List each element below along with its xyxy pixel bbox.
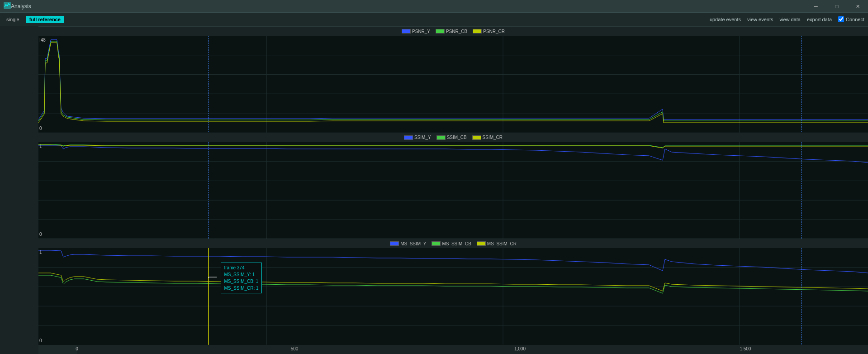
ssim-cb-legend: SSIM_CB (436, 135, 467, 140)
x-axis: 0 500 1,000 1,500 (77, 345, 868, 354)
ms-ssim-cb-legend: MS_SSIM_CB (432, 241, 471, 246)
x-tick-500: 500 (291, 346, 299, 351)
close-button[interactable]: ✕ (847, 0, 868, 13)
update-events-link[interactable]: update events (710, 17, 741, 22)
x-tick-1500: 1,500 (740, 346, 751, 351)
ms-ssim-legend: MS_SSIM_Y MS_SSIM_CB MS_SSIM_CR (38, 239, 868, 248)
titlebar: Analysis ─ □ ✕ (0, 0, 868, 13)
ms-ssim-cb-label: MS_SSIM_CB (442, 241, 471, 246)
ssim-legend: SSIM_Y SSIM_CB SSIM_CR (38, 133, 868, 142)
psnr-chart-body[interactable]: I48 0 (38, 36, 868, 133)
ms-ssim-y-label: MS_SSIM_Y (400, 241, 426, 246)
ssim-cr-label: SSIM_CR (483, 135, 503, 140)
ssim-chart-row: SSIM_Y SSIM_CB SSIM_CR 1 0 (38, 133, 868, 239)
ssim-svg (38, 142, 868, 239)
psnr-chart-row: PSNR_Y PSNR_CB PSNR_CR I48 0 (38, 26, 868, 133)
ms-ssim-chart-body[interactable]: 1 0 frame 374 MS_SSIM_Y: 1 MS_SSIM_CB: 1… (38, 248, 868, 345)
ssim-cr-legend: SSIM_CR (472, 135, 503, 140)
ms-ssim-y-legend: MS_SSIM_Y (390, 241, 426, 246)
window-title: Analysis (11, 3, 31, 10)
connect-label: Connect (838, 16, 864, 22)
x-tick-1000: 1,000 (514, 346, 526, 351)
psnr-y-label: PSNR_Y (412, 29, 430, 34)
ms-ssim-y-color (390, 241, 399, 246)
psnr-cb-color (436, 29, 445, 33)
left-panel (0, 26, 38, 354)
toolbar-right: update events view events view data expo… (710, 16, 864, 22)
ms-ssim-svg (38, 248, 868, 345)
export-data-link[interactable]: export data (807, 17, 832, 22)
ms-ssim-cb-color (432, 241, 441, 246)
psnr-legend: PSNR_Y PSNR_CB PSNR_CR (38, 27, 868, 36)
ssim-chart-body[interactable]: 1 0 (38, 142, 868, 239)
psnr-cr-label: PSNR_CR (483, 29, 505, 34)
x-tick-0: 0 (76, 346, 78, 351)
window-controls: ─ □ ✕ (806, 0, 868, 13)
connect-checkbox[interactable] (838, 16, 844, 22)
minimize-button[interactable]: ─ (806, 0, 826, 13)
ssim-cb-color (436, 135, 446, 140)
ms-ssim-cr-color (477, 241, 486, 246)
ssim-y-legend: SSIM_Y (404, 135, 431, 140)
view-events-link[interactable]: view events (747, 17, 773, 22)
full-reference-button[interactable]: full reference (26, 16, 64, 23)
connect-text: Connect (846, 17, 864, 22)
ssim-y-color (404, 135, 413, 140)
charts-area: PSNR_Y PSNR_CB PSNR_CR I48 0 (38, 26, 868, 354)
maximize-button[interactable]: □ (826, 0, 847, 13)
ms-ssim-chart-row: MS_SSIM_Y MS_SSIM_CB MS_SSIM_CR 1 0 fram… (38, 239, 868, 345)
psnr-svg (38, 36, 868, 133)
view-data-link[interactable]: view data (779, 17, 800, 22)
psnr-y-color (402, 29, 411, 33)
psnr-y-legend: PSNR_Y (402, 29, 430, 34)
psnr-cr-color (473, 29, 482, 33)
ms-ssim-cr-label: MS_SSIM_CR (487, 241, 517, 246)
psnr-cb-legend: PSNR_CB (436, 29, 467, 34)
toolbar: single full reference update events view… (0, 13, 868, 26)
ssim-y-label: SSIM_Y (414, 135, 431, 140)
ssim-cr-color (472, 135, 481, 140)
app-icon (4, 2, 11, 11)
ms-ssim-cr-legend: MS_SSIM_CR (477, 241, 517, 246)
psnr-cb-label: PSNR_CB (446, 29, 467, 34)
ssim-cb-label: SSIM_CB (447, 135, 467, 140)
psnr-cr-legend: PSNR_CR (473, 29, 505, 34)
single-button[interactable]: single (4, 16, 22, 23)
main-area: PSNR_Y PSNR_CB PSNR_CR I48 0 (0, 26, 868, 354)
